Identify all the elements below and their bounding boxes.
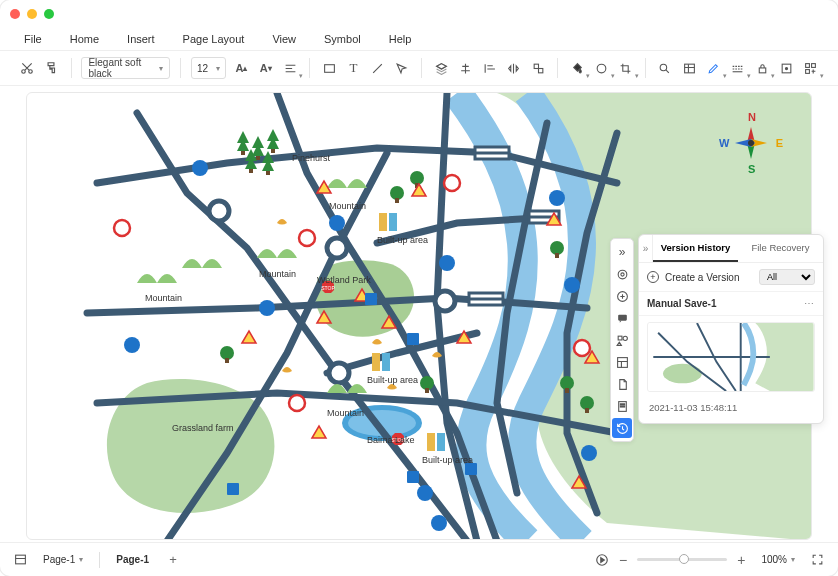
collapse-right-button[interactable]: »	[612, 242, 632, 262]
svg-rect-7	[684, 64, 694, 73]
cut-button[interactable]	[18, 57, 36, 79]
svg-point-10	[785, 67, 787, 69]
rectangle-tool-button[interactable]	[320, 57, 338, 79]
svg-rect-71	[407, 471, 419, 483]
svg-rect-73	[407, 333, 419, 345]
page-tab-1[interactable]: Page-1	[110, 552, 155, 567]
panel-collapse-button[interactable]: »	[639, 235, 653, 262]
svg-rect-84	[618, 336, 622, 340]
attachment-button[interactable]	[612, 396, 632, 416]
more-tools-button[interactable]: ▾	[802, 57, 820, 79]
line-tool-button[interactable]	[369, 57, 387, 79]
svg-rect-13	[806, 69, 810, 73]
align-text-button[interactable]: ▾	[281, 57, 299, 79]
svg-rect-88	[620, 403, 624, 404]
svg-rect-45	[379, 213, 387, 231]
pen-button[interactable]: ▾	[704, 57, 722, 79]
svg-point-1	[29, 70, 33, 74]
label-wetland: Wetland Park	[317, 275, 371, 285]
increase-font-button[interactable]: A▴	[232, 57, 250, 79]
svg-rect-4	[538, 68, 542, 72]
menu-page-layout[interactable]: Page Layout	[183, 33, 245, 45]
menu-help[interactable]: Help	[389, 33, 412, 45]
align-left-button[interactable]	[481, 57, 499, 79]
svg-rect-50	[437, 433, 445, 451]
search-button[interactable]	[656, 57, 674, 79]
decrease-font-button[interactable]: A▾	[257, 57, 275, 79]
flip-h-button[interactable]	[505, 57, 523, 79]
svg-point-63	[581, 445, 597, 461]
target-tool-button[interactable]	[612, 264, 632, 284]
label-builtup-c: Built-up area	[422, 455, 473, 465]
svg-rect-3	[534, 64, 538, 68]
focus-button[interactable]	[777, 57, 795, 79]
svg-point-35	[220, 346, 234, 360]
zoom-level[interactable]: 100%▾	[755, 552, 801, 567]
version-menu-button[interactable]: ⋯	[804, 298, 815, 309]
menu-file[interactable]: File	[24, 33, 42, 45]
menu-view[interactable]: View	[272, 33, 296, 45]
zoom-out-button[interactable]: −	[619, 552, 627, 568]
page-tool-button[interactable]	[612, 374, 632, 394]
svg-point-57	[329, 215, 345, 231]
comment-tool-button[interactable]	[612, 308, 632, 328]
compass-w: W	[719, 137, 729, 149]
layers-button[interactable]	[432, 57, 450, 79]
version-filter-select[interactable]: All	[759, 269, 815, 285]
menu-home[interactable]: Home	[70, 33, 99, 45]
tab-file-recovery[interactable]: File Recovery	[738, 235, 823, 262]
menu-insert[interactable]: Insert	[127, 33, 155, 45]
svg-point-41	[550, 241, 564, 255]
svg-point-22	[209, 201, 229, 221]
table-button[interactable]	[680, 57, 698, 79]
fill-color-button[interactable]: ▾	[568, 57, 586, 79]
close-window-button[interactable]	[10, 9, 20, 19]
pointer-tool-button[interactable]	[393, 57, 411, 79]
font-name: Elegant soft black	[88, 57, 159, 79]
label-mountain-b: Mountain	[259, 269, 296, 279]
zoom-in-button[interactable]: +	[737, 552, 745, 568]
zoom-slider[interactable]	[637, 558, 727, 561]
shapes-lib-button[interactable]	[612, 330, 632, 350]
svg-point-25	[329, 363, 349, 383]
layout-tool-button[interactable]	[612, 352, 632, 372]
compass-s: S	[748, 163, 755, 175]
maximize-window-button[interactable]	[44, 9, 54, 19]
label-grassland: Grassland farm	[172, 423, 234, 433]
svg-rect-38	[565, 388, 569, 393]
create-version-button[interactable]: Create a Version	[665, 272, 753, 283]
lock-button[interactable]: ▾	[753, 57, 771, 79]
svg-point-39	[580, 396, 594, 410]
svg-point-58	[259, 300, 275, 316]
svg-rect-70	[365, 293, 377, 305]
svg-rect-2	[324, 64, 334, 72]
line-style-button[interactable]: ▾	[729, 57, 747, 79]
presentation-button[interactable]	[595, 553, 609, 567]
font-size-selector[interactable]: 12▾	[191, 57, 226, 79]
svg-point-81	[620, 272, 623, 275]
tab-version-history[interactable]: Version History	[653, 235, 738, 262]
minimize-window-button[interactable]	[27, 9, 37, 19]
style-tool-button[interactable]	[612, 286, 632, 306]
compass-n: N	[748, 111, 756, 123]
format-painter-button[interactable]	[42, 57, 60, 79]
history-tool-button[interactable]	[612, 418, 632, 438]
fullscreen-button[interactable]	[811, 553, 824, 566]
text-tool-button[interactable]: T	[344, 57, 362, 79]
svg-point-54	[289, 395, 305, 411]
page-outline-icon[interactable]	[14, 553, 27, 566]
menu-symbol[interactable]: Symbol	[324, 33, 361, 45]
same-size-button[interactable]	[529, 57, 547, 79]
svg-rect-49	[427, 433, 435, 451]
shape-style-button[interactable]: ▾	[592, 57, 610, 79]
align-center-h-button[interactable]	[456, 57, 474, 79]
add-page-button[interactable]: +	[165, 552, 181, 568]
version-thumbnail[interactable]	[647, 322, 815, 392]
font-selector[interactable]: Elegant soft black▾	[81, 57, 170, 79]
page-selector[interactable]: Page-1▾	[37, 552, 89, 567]
svg-point-37	[560, 376, 574, 390]
svg-rect-28	[271, 149, 275, 153]
crop-button[interactable]: ▾	[617, 57, 635, 79]
version-history-panel: » Version History File Recovery + Create…	[638, 234, 824, 424]
window-titlebar	[0, 0, 838, 28]
